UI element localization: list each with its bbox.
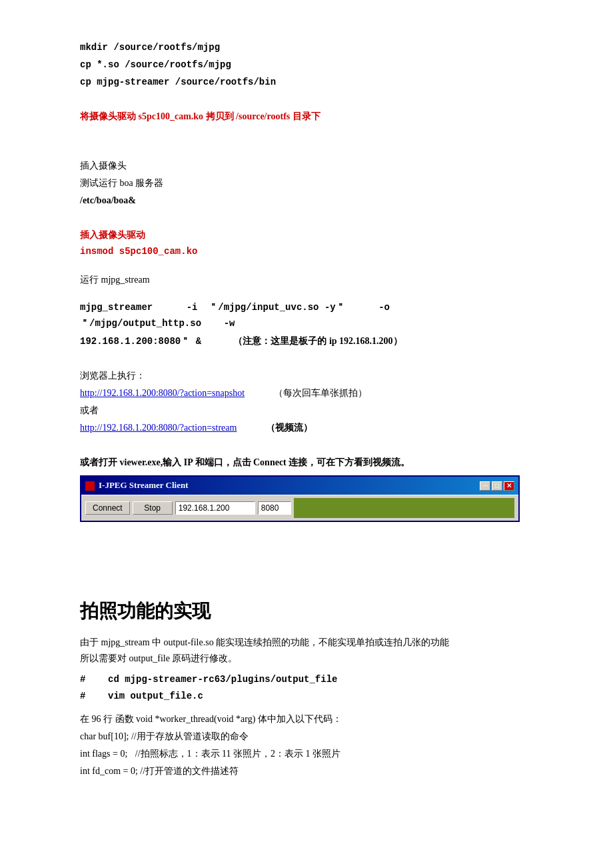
code1-hash: # bbox=[80, 674, 85, 685]
mjpg-cmd-line1: mjpg_streamer -i ＂/mjpg/input_uvc.so -y＂… bbox=[80, 300, 533, 332]
mjpg-cmd-i-val: ＂/mjpg/input_uvc.so -y＂ bbox=[209, 302, 344, 313]
red-note-2: 插入摄像头驱动 bbox=[80, 227, 533, 243]
titlebar-left: I-JPEG Streamer Client bbox=[85, 479, 189, 493]
app-icon bbox=[85, 481, 95, 491]
code1-line: # cd mjpg-streamer-rc63/plugins/output_f… bbox=[80, 672, 533, 688]
red-note-1: 将摄像头驱动 s5pc100_cam.ko 拷贝到 /source/rootfs… bbox=[80, 109, 533, 125]
insert-step1: 插入摄像头 bbox=[80, 158, 533, 174]
insert-step3: /etc/boa/boa& bbox=[80, 193, 533, 209]
viewer-title: I-JPEG Streamer Client bbox=[99, 479, 189, 493]
mjpg-cmd-i-flag: -i bbox=[187, 302, 198, 313]
mjpg-cmd-note: （注意：这里是板子的 ip 192.168.1.200） bbox=[233, 336, 402, 346]
link1-line: http://192.168.1.200:8080/?action=snapsh… bbox=[80, 385, 533, 401]
minimize-button[interactable]: ─ bbox=[480, 481, 490, 491]
code1-cmd: cd mjpg-streamer-rc63/plugins/output_fil… bbox=[108, 674, 337, 685]
insert-steps-section: 插入摄像头 测试运行 boa 服务器 /etc/boa/boa& bbox=[80, 158, 533, 208]
code6-line: int fd_com = 0; //打开管道的文件描述符 bbox=[80, 763, 533, 779]
code2-hash: # bbox=[80, 691, 85, 701]
run-mjpg-label: 运行 mjpg_stream bbox=[80, 272, 533, 288]
mjpg-cmd-o-flag: -o bbox=[378, 302, 390, 313]
section-title: 拍照功能的实现 bbox=[80, 597, 533, 627]
mkdir-cmd: mkdir /source/rootfs/mjpg bbox=[80, 40, 533, 56]
insert-step2: 测试运行 boa 服务器 bbox=[80, 175, 533, 191]
port-input[interactable] bbox=[258, 501, 291, 515]
snapshot-link[interactable]: http://192.168.1.200:8080/?action=snapsh… bbox=[80, 388, 245, 398]
mjpg-command-section: mjpg_streamer -i ＂/mjpg/input_uvc.so -y＂… bbox=[80, 300, 533, 349]
insmod-cmd: insmod s5pc100_cam.ko bbox=[80, 244, 533, 260]
code5-line: int flags = 0; //拍照标志，1：表示 11 张照片，2：表示 1… bbox=[80, 746, 533, 762]
code4-line: char buf[10]; //用于存放从管道读取的命令 bbox=[80, 729, 533, 745]
titlebar-buttons: ─ □ ✕ bbox=[480, 481, 514, 491]
cp-mjpg-cmd: cp mjpg-streamer /source/rootfs/bin bbox=[80, 75, 533, 91]
or1-line: 或者 bbox=[80, 403, 533, 419]
mjpg-cmd-name: mjpg_streamer bbox=[80, 302, 153, 313]
viewer-content-area bbox=[294, 498, 514, 518]
code5-right: //拍照标志，1：表示 11 张照片，2：表示 1 张照片 bbox=[135, 749, 340, 759]
stop-button[interactable]: Stop bbox=[133, 501, 173, 515]
close-button[interactable]: ✕ bbox=[504, 481, 514, 491]
ip-input[interactable] bbox=[175, 501, 255, 515]
mjpg-cmd-addr: 192.168.1.200:8080＂ & bbox=[80, 336, 201, 347]
code4-text: char buf[10]; //用于存放从管道读取的命令 bbox=[80, 731, 249, 741]
code2-line: # vim output_file.c bbox=[80, 689, 533, 705]
code2-cmd: vim output_file.c bbox=[108, 691, 203, 701]
mjpg-cmd-o-val: ＂/mjpg/output_http.so -w bbox=[80, 318, 235, 329]
stream-link[interactable]: http://192.168.1.200:8080/?action=stream bbox=[80, 423, 237, 433]
mjpg-cmd-line2: 192.168.1.200:8080＂ & （注意：这里是板子的 ip 192.… bbox=[80, 333, 533, 350]
viewer-titlebar: I-JPEG Streamer Client ─ □ ✕ bbox=[81, 477, 518, 495]
viewer-window: I-JPEG Streamer Client ─ □ ✕ Connect Sto… bbox=[80, 475, 520, 522]
desc1: 由于 mjpg_stream 中 output-file.so 能实现连续拍照的… bbox=[80, 635, 533, 651]
desc2: 所以需要对 output_file 原码进行修改。 bbox=[80, 651, 533, 667]
connect-button[interactable]: Connect bbox=[85, 501, 130, 515]
code5-left: int flags = 0; bbox=[80, 749, 127, 759]
viewer-note: 或者打开 viewer.exe,输入 IP 和端口，点击 Connect 连接，… bbox=[80, 455, 533, 471]
code3-line: 在 96 行 函数 void *worker_thread(void *arg)… bbox=[80, 711, 533, 727]
link1-comment: （每次回车单张抓拍） bbox=[274, 388, 367, 398]
browser-label: 浏览器上执行： bbox=[80, 368, 533, 384]
link2-line: http://192.168.1.200:8080/?action=stream… bbox=[80, 420, 533, 436]
commands-section: mkdir /source/rootfs/mjpg cp *.so /sourc… bbox=[80, 40, 533, 90]
viewer-controls: Connect Stop bbox=[81, 495, 518, 521]
link2-comment: （视频流） bbox=[266, 423, 312, 433]
maximize-button[interactable]: □ bbox=[492, 481, 502, 491]
cp-so-cmd: cp *.so /source/rootfs/mjpg bbox=[80, 57, 533, 73]
browser-section: 浏览器上执行： http://192.168.1.200:8080/?actio… bbox=[80, 368, 533, 435]
